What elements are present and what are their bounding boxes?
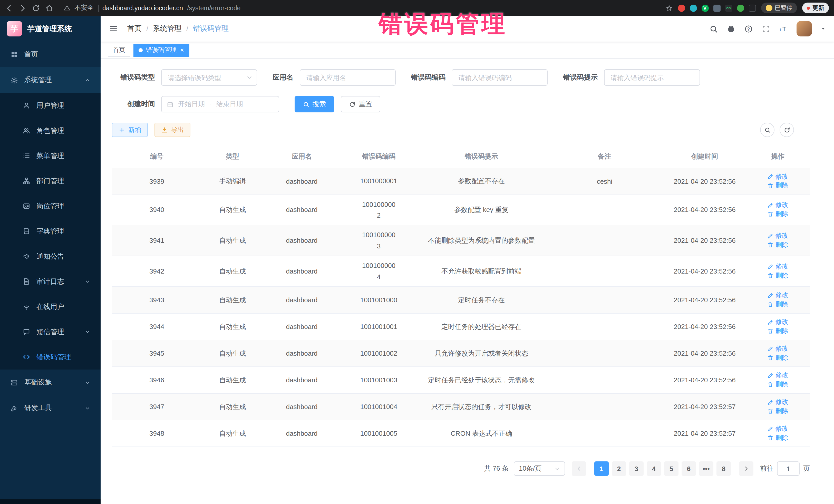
extension-icon[interactable]	[678, 4, 685, 12]
edit-link[interactable]: 修改	[767, 262, 788, 271]
sidebar-item-sms-management[interactable]: 短信管理	[0, 319, 101, 344]
sidebar-item-notice[interactable]: 通知公告	[0, 244, 101, 269]
edit-link[interactable]: 修改	[767, 318, 788, 326]
delete-link[interactable]: 删除	[767, 407, 788, 415]
refresh-table-button[interactable]	[780, 123, 794, 137]
hamburger-icon[interactable]	[109, 24, 118, 34]
page-button[interactable]: 5	[664, 461, 679, 476]
edit-link[interactable]: 修改	[767, 344, 788, 353]
github-icon[interactable]	[727, 24, 736, 33]
avatar[interactable]	[796, 21, 812, 37]
edit-pencil-icon	[767, 292, 773, 299]
edit-link[interactable]: 修改	[767, 291, 788, 300]
sidebar-item-infrastructure[interactable]: 基础设施	[0, 370, 101, 395]
cell-code: 1001001005	[340, 420, 417, 447]
calendar-icon	[167, 101, 174, 108]
page-button[interactable]: 1	[594, 461, 609, 476]
browser-back-icon[interactable]	[5, 4, 13, 12]
error-code-type-select[interactable]	[161, 69, 257, 86]
sidebar-item-post-management[interactable]: 岗位管理	[0, 194, 101, 219]
chevron-down-icon	[85, 379, 90, 385]
delete-link[interactable]: 删除	[767, 380, 788, 389]
extension-icon[interactable]: V	[701, 4, 708, 12]
export-button[interactable]: 导出	[154, 123, 191, 137]
breadcrumb-home[interactable]: 首页	[127, 24, 142, 34]
app-name-input[interactable]	[300, 69, 395, 86]
sidebar-item-role-management[interactable]: 角色管理	[0, 118, 101, 143]
search-icon[interactable]	[709, 24, 718, 33]
sidebar-item-error-code-management[interactable]: 错误码管理	[0, 344, 101, 370]
add-button[interactable]: 新增	[112, 123, 148, 137]
cell-id: 3943	[112, 287, 202, 313]
prev-page-button[interactable]	[572, 461, 586, 476]
date-range-picker[interactable]: 开始日期 - 结束日期	[161, 96, 279, 112]
table-row: 3939 手动编辑 dashboard 1001000001 参数配置不存在 c…	[112, 168, 810, 195]
sidebar-item-user-management[interactable]: 用户管理	[0, 93, 101, 118]
page-size-select[interactable]: 10条/页	[514, 461, 565, 476]
page-button[interactable]: 6	[682, 461, 696, 476]
delete-link[interactable]: 删除	[767, 181, 788, 190]
extension-icon[interactable]	[689, 4, 697, 12]
browser-reload-icon[interactable]	[32, 4, 40, 12]
browser-home-icon[interactable]	[45, 4, 53, 12]
page-button[interactable]: 4	[647, 461, 661, 476]
font-size-icon[interactable]	[779, 24, 788, 33]
edit-link[interactable]: 修改	[767, 232, 788, 240]
tab-home[interactable]: 首页	[108, 43, 130, 57]
edit-link[interactable]: 修改	[767, 398, 788, 407]
edit-link[interactable]: 修改	[767, 201, 788, 210]
tab-error-code-management[interactable]: 错误码管理 ×	[133, 43, 189, 57]
sidebar-item-system-management[interactable]: 系统管理	[0, 67, 101, 93]
delete-link[interactable]: 删除	[767, 327, 788, 335]
edit-link[interactable]: 修改	[767, 371, 788, 380]
extension-icon[interactable]	[713, 4, 720, 12]
delete-link[interactable]: 删除	[767, 241, 788, 249]
profile-paused-badge[interactable]: 已暂停	[761, 3, 797, 13]
sidebar-menu: 首页 系统管理 用户管理 角色管理	[0, 42, 101, 499]
extension-icon[interactable]: on	[725, 4, 732, 12]
sidebar-item-dev-tools[interactable]: 研发工具	[0, 395, 101, 421]
delete-link[interactable]: 删除	[767, 271, 788, 280]
puzzle-extension-icon[interactable]	[749, 4, 756, 12]
sidebar-item-department-management[interactable]: 部门管理	[0, 168, 101, 194]
search-button[interactable]: 搜索	[294, 96, 334, 112]
sidebar-item-online-users[interactable]: 在线用户	[0, 294, 101, 319]
page-button[interactable]: 8	[717, 461, 731, 476]
reset-button[interactable]: 重置	[341, 96, 380, 112]
sidebar-item-menu-management[interactable]: 菜单管理	[0, 143, 101, 168]
gear-icon	[10, 76, 18, 84]
sidebar-item-home[interactable]: 首页	[0, 42, 101, 67]
cell-code: 100100000 3	[340, 225, 417, 256]
sidebar-item-dict-management[interactable]: 字典管理	[0, 219, 101, 244]
next-page-button[interactable]	[739, 461, 753, 476]
error-code-input[interactable]	[452, 69, 548, 86]
address-bar[interactable]: 不安全 dashboard.yudao.iocoder.cn/system/er…	[64, 4, 673, 12]
edit-link[interactable]: 修改	[767, 172, 788, 181]
extension-icon[interactable]	[737, 4, 744, 12]
trash-icon	[767, 272, 773, 279]
delete-link[interactable]: 删除	[767, 210, 788, 219]
help-icon[interactable]	[744, 24, 753, 33]
field-error-code-type: 错误码类型	[112, 69, 257, 86]
delete-link[interactable]: 删除	[767, 353, 788, 362]
sidebar-collapse-bar[interactable]	[0, 499, 101, 504]
sidebar-item-audit-log[interactable]: 审计日志	[0, 269, 101, 294]
bookmark-star-icon[interactable]	[665, 4, 673, 12]
page-button[interactable]: •••	[699, 461, 714, 476]
list-icon	[23, 152, 30, 160]
caret-down-icon[interactable]	[821, 26, 826, 31]
page-button[interactable]: 3	[629, 461, 643, 476]
fullscreen-icon[interactable]	[762, 24, 770, 33]
show-search-toggle-button[interactable]	[760, 123, 774, 137]
update-alert-dot	[807, 6, 810, 9]
page-button[interactable]: 2	[612, 461, 626, 476]
goto-page-input[interactable]	[777, 461, 799, 476]
breadcrumb-system[interactable]: 系统管理	[153, 24, 182, 34]
delete-link[interactable]: 删除	[767, 300, 788, 309]
close-tab-icon[interactable]: ×	[180, 47, 184, 53]
delete-link[interactable]: 删除	[767, 434, 788, 442]
browser-update-button[interactable]: 更新	[802, 3, 829, 13]
browser-forward-icon[interactable]	[19, 4, 27, 12]
edit-link[interactable]: 修改	[767, 424, 788, 433]
error-hint-input[interactable]	[604, 69, 700, 86]
